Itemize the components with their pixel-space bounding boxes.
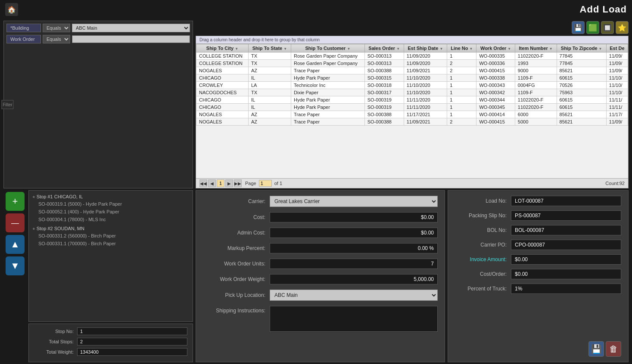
table-cell: 11/09/ [606,118,628,126]
table-cell: 11022020-F [515,96,557,104]
percent-truck-input[interactable] [511,284,621,294]
table-cell: IL [248,104,291,111]
table-cell: 11/17/2021 [404,111,447,118]
packing-slip-input[interactable] [511,210,621,221]
col-est-de[interactable]: Est De [606,44,628,52]
page-prev-btn[interactable]: ◀ [208,179,216,187]
pickup-select[interactable]: ABC Main [270,290,438,301]
load-no-label: Load No: [455,198,511,204]
filter-value-workorder[interactable] [72,35,190,43]
table-cell: Hyde Park Paper [291,96,365,104]
star-icon-button[interactable]: ⭐ [616,21,629,34]
page-last-btn[interactable]: ▶▶ [234,179,242,187]
table-cell: 11/10/ [606,74,628,82]
remove-button[interactable]: — [6,213,25,232]
right-panel: Load No: Packing Slip No: BOL No: Carrie… [448,190,629,362]
col-ship-to-customer[interactable]: Ship To Customer ▼ [291,44,365,52]
packing-slip-label: Packing Slip No: [455,213,511,219]
table-cell: 1993 [515,60,557,67]
col-ship-to-zipcode[interactable]: Ship To Zipcode ▼ [557,44,606,52]
table-cell: Trace Paper [291,111,365,118]
table-cell: Trace Paper [291,67,365,74]
table-row[interactable]: CROWLEYLATechnicolor IncSO-00031811/10/2… [196,82,628,89]
percent-truck-row: Percent of Truck: [455,284,621,294]
col-ship-to-state[interactable]: Ship To State ▼ [248,44,291,52]
filter-operator-workorder[interactable]: Equals [43,35,70,43]
shipping-row: Shipping Instructions: [203,306,438,332]
add-button[interactable]: + [6,192,25,211]
table-row[interactable]: NOGALESAZTrace PaperSO-00038811/09/20212… [196,67,628,74]
load-no-input[interactable] [511,196,621,206]
bottom-save-button[interactable]: 💾 [588,341,604,357]
grid-table-wrap[interactable]: Ship To City ▼ Ship To State ▼ Ship To C… [196,44,628,178]
table-cell: 1 [447,74,476,82]
invoice-input[interactable] [511,254,621,265]
table-row[interactable]: CHICAGOILHyde Park PaperSO-00031911/11/2… [196,96,628,104]
carrier-po-input[interactable] [511,240,621,250]
shipping-textarea[interactable] [270,306,438,332]
wo-weight-input[interactable] [270,274,438,284]
col-line-no[interactable]: Line No ▼ [447,44,476,52]
table-cell: NACOGDOCHES [196,89,249,96]
table-row[interactable]: COLLEGE STATIONTXRose Garden Paper Compa… [196,52,628,60]
bol-input[interactable] [511,225,621,235]
green-icon-button[interactable]: 🟩 [586,21,599,34]
admin-cost-input[interactable] [270,228,438,238]
grid-drag-hint: Drag a column header and drop it here to… [196,36,628,44]
table-cell: 11/09/ [606,52,628,60]
col-sales-order[interactable]: Sales Order ▼ [364,44,404,52]
table-row[interactable]: CHICAGOILHyde Park PaperSO-00031911/11/2… [196,104,628,111]
page-current[interactable]: 1 [217,179,224,187]
stop-no-row: Stop No: [34,327,187,335]
save-icon-button[interactable]: 💾 [572,21,585,34]
total-weight-input[interactable] [77,348,187,356]
col-ship-to-city[interactable]: Ship To City ▼ [196,44,249,52]
table-cell: 11/11/2020 [404,104,447,111]
table-row[interactable]: CHICAGOILHyde Park PaperSO-00031511/10/2… [196,74,628,82]
wo-units-label: Work Order Units: [203,261,270,267]
table-row[interactable]: NACOGDOCHESTXDixie PaperSO-00031711/10/2… [196,89,628,96]
col-est-ship-date[interactable]: Est Ship Date ▼ [404,44,447,52]
admin-cost-row: Admin Cost: [203,228,438,238]
markup-input[interactable] [270,243,438,253]
page-first-btn[interactable]: ◀◀ [199,179,207,187]
table-cell: TX [248,89,291,96]
filter-operator-building[interactable]: Equals [43,24,70,32]
move-up-button[interactable]: ▲ [6,235,25,254]
bol-label: BOL No: [455,227,511,233]
col-item-number[interactable]: Item Number ▼ [515,44,557,52]
filter-row-2: Work Order Equals [6,35,190,43]
table-cell: 11/10/ [606,82,628,89]
multi-icon-button[interactable]: 🔲 [601,21,614,34]
page-next-btn[interactable]: ▶ [225,179,233,187]
total-stops-input[interactable] [77,338,187,345]
invoice-row: Invoice Amount: [455,254,621,265]
table-row[interactable]: COLLEGE STATIONTXRose Garden Paper Compa… [196,60,628,67]
filter-value-building[interactable]: ABC Main [72,24,190,32]
total-stops-label: Total Stops: [34,339,77,344]
wo-units-input[interactable] [270,259,438,269]
filter-label-workorder: Work Order [6,35,41,43]
table-cell: COLLEGE STATION [196,52,249,60]
table-cell: NOGALES [196,67,249,74]
pagination: ◀◀ ◀ 1 ▶ ▶▶ Page of 1 [199,179,282,187]
bottom-cancel-button[interactable]: 🗑 [606,341,621,357]
table-row[interactable]: NOGALESAZTrace PaperSO-00038811/17/20211… [196,111,628,118]
move-down-button[interactable]: ▼ [6,256,25,275]
stop-no-input[interactable] [77,327,187,335]
page-input[interactable] [259,180,272,187]
table-row[interactable]: NOGALESAZTrace PaperSO-00038811/09/20212… [196,118,628,126]
table-cell: 1 [447,96,476,104]
table-cell: 11/11/2020 [404,96,447,104]
col-work-order[interactable]: Work Order ▼ [476,44,515,52]
table-cell: 11/09/ [606,60,628,67]
table-cell: TX [248,52,291,60]
table-cell: SO-000313 [364,52,404,60]
carrier-po-row: Carrier PO: [455,240,621,250]
cost-order-label: Cost/Order: [455,271,511,277]
carrier-select[interactable]: Great Lakes Carrier [270,196,438,207]
cost-order-input[interactable] [511,269,621,279]
cost-input[interactable] [270,212,438,222]
table-cell: SO-000388 [364,67,404,74]
table-cell: 11/11/ [606,104,628,111]
